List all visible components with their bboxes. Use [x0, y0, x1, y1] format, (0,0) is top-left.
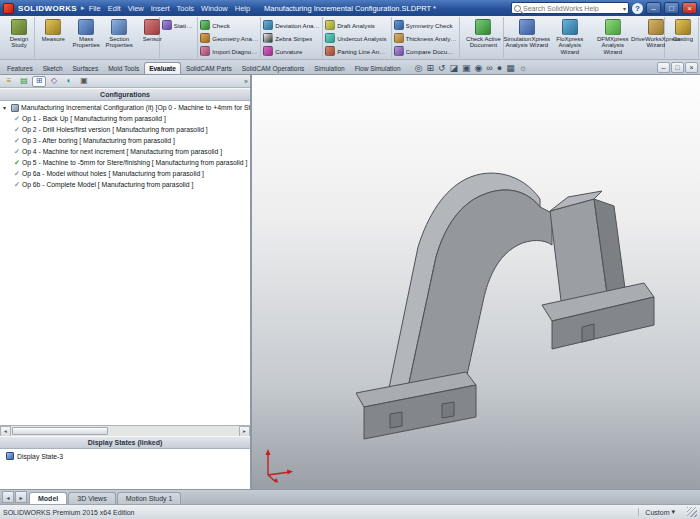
ribbon-stack: CheckGeometry AnalysisImport Diagnostics — [200, 17, 258, 58]
ribbon-button-draft-analysis[interactable]: Draft Analysis — [325, 19, 388, 31]
menu-tools[interactable]: Tools — [177, 4, 195, 13]
config-root-row[interactable]: ▾ Manufacturing Incremental Configuratio… — [0, 102, 250, 113]
ribbon-button-dfmxpress-analysis-wizard[interactable]: DFMXpress Analysis Wizard — [592, 17, 634, 58]
ribbon-button-simulationxpress-analysis-wizard[interactable]: SimulationXpress Analysis Wizard — [506, 17, 548, 58]
resize-grip[interactable] — [687, 507, 697, 517]
tab-scroll-left-icon[interactable]: ◂ — [2, 491, 14, 503]
config-row-1[interactable]: ✓Op 1 - Back Up [ Manufacturing from par… — [0, 113, 250, 124]
model-tab-model[interactable]: Model — [29, 492, 67, 504]
ribbon-button-compare-documents[interactable]: Compare Documents — [394, 45, 458, 57]
ribbon-button-check[interactable]: Check — [200, 19, 258, 31]
zoom-area-icon[interactable]: ⊞ — [426, 64, 434, 73]
ribbon-button-measure[interactable]: Measure — [37, 17, 69, 58]
scrollbar-thumb[interactable] — [12, 427, 108, 435]
config-row-7[interactable]: ✓Op 6b - Complete Model [ Manufacturing … — [0, 179, 250, 190]
close-button[interactable]: × — [682, 2, 697, 14]
minimize-button[interactable]: – — [646, 2, 661, 14]
ribbon-button-import-diagnostics[interactable]: Import Diagnostics — [200, 45, 258, 57]
configurationmanager-tab[interactable]: ⊞ — [32, 76, 46, 87]
ribbon-button-check-active-document[interactable]: Check Active Document — [462, 17, 504, 58]
featuremanager-tab[interactable]: ≡ — [2, 76, 16, 87]
config-row-2[interactable]: ✓Op 2 - Drill Holes/first version [ Manu… — [0, 124, 250, 135]
ribbon-button-mass-properties[interactable]: Mass Properties — [70, 17, 102, 58]
tab-surfaces[interactable]: Surfaces — [68, 62, 104, 74]
model-tab-motion-study-1[interactable]: Motion Study 1 — [117, 492, 182, 504]
graphics-area[interactable] — [252, 75, 700, 489]
ribbon-button-thickness-analysis[interactable]: Thickness Analysis — [394, 32, 458, 44]
help-icon[interactable]: ? — [632, 3, 643, 14]
tab-solidcam-parts[interactable]: SolidCAM Parts — [181, 62, 237, 74]
document-title: Manufacturing Incremental Configuration.… — [264, 4, 436, 13]
tab-mold-tools[interactable]: Mold Tools — [103, 62, 144, 74]
display-state-row[interactable]: Display State-3 — [0, 449, 250, 460]
model-tab-3d-views[interactable]: 3D Views — [68, 492, 115, 504]
unit-dropdown-icon: ▾ — [671, 508, 675, 516]
menu-view[interactable]: View — [128, 4, 144, 13]
menu-file[interactable]: File — [89, 4, 101, 13]
search-input[interactable] — [523, 5, 621, 12]
ribbon-button-parting-line-analysis[interactable]: Parting Line Analysis — [325, 45, 388, 57]
doc-restore-button[interactable]: □ — [671, 62, 684, 73]
config-row-4[interactable]: ✓Op 4 - Machine for next increment [ Man… — [0, 146, 250, 157]
menu-help[interactable]: Help — [235, 4, 250, 13]
view-settings-icon[interactable]: ☼ — [519, 64, 527, 73]
apply-scene-icon[interactable]: ▦ — [506, 64, 515, 73]
ribbon-button-section-properties[interactable]: Section Properties — [103, 17, 135, 58]
dimxpertmanager-tab[interactable]: ◇ — [47, 76, 61, 87]
tab-scroll-right-icon[interactable]: ▸ — [15, 491, 27, 503]
tab-simulation[interactable]: Simulation — [309, 62, 349, 74]
menu-insert[interactable]: Insert — [151, 4, 170, 13]
ribbon-button-costing[interactable]: Costing — [667, 17, 699, 58]
solidcam-manager-tab[interactable]: ▣ — [77, 76, 91, 87]
ribbon-button-symmetry-check[interactable]: Symmetry Check — [394, 19, 458, 31]
part-model[interactable] — [252, 75, 698, 489]
doc-minimize-button[interactable]: – — [657, 62, 670, 73]
propertymanager-tab[interactable]: ▤ — [17, 76, 31, 87]
ribbon-button-zebra-stripes[interactable]: Zebra Stripes — [263, 32, 320, 44]
ribbon-button-statistics[interactable]: Statistics — [162, 19, 196, 31]
ribbon-button-floxpress-analysis-wizard[interactable]: FloXpress Analysis Wizard — [549, 17, 591, 58]
menu-edit[interactable]: Edit — [108, 4, 121, 13]
config-row-5[interactable]: ✓Op 5 - Machine to -5mm for Stere/finish… — [0, 157, 250, 168]
part-faces — [356, 173, 654, 439]
ribbon-group: CheckGeometry AnalysisImport Diagnostics — [198, 17, 261, 58]
displaymanager-tab[interactable]: ◐ — [62, 76, 76, 87]
solidworks-logo-icon[interactable] — [3, 3, 14, 14]
ribbon-group: MeasureMass PropertiesSection Properties… — [35, 17, 160, 58]
doc-close-button[interactable]: × — [685, 62, 698, 73]
tab-flow-simulation[interactable]: Flow Simulation — [350, 62, 406, 74]
expander-icon[interactable]: ▾ — [3, 104, 9, 111]
display-states-list: Display State-3 — [0, 449, 250, 489]
scroll-left-icon[interactable]: ◂ — [0, 426, 11, 437]
view-orientation-icon[interactable]: ▣ — [462, 64, 471, 73]
ribbon-group: Symmetry CheckThickness AnalysisCompare … — [392, 17, 461, 58]
scroll-right-icon[interactable]: ▸ — [239, 426, 250, 437]
ribbon-button-undercut-analysis[interactable]: Undercut Analysis — [325, 32, 388, 44]
menu-window[interactable]: Window — [201, 4, 228, 13]
ribbon-button-deviation-analysis[interactable]: Deviation Analysis — [263, 19, 320, 31]
tree-horizontal-scrollbar[interactable]: ◂ ▸ — [0, 425, 250, 436]
config-row-6[interactable]: ✓Op 6a - Model without holes [ Manufactu… — [0, 168, 250, 179]
unit-system-selector[interactable]: Custom ▾ — [638, 508, 681, 516]
section-view-icon[interactable]: ◪ — [449, 64, 458, 73]
tab-evaluate[interactable]: Evaluate — [144, 62, 181, 74]
zoom-fit-icon[interactable]: ◎ — [415, 64, 423, 73]
scrollbar-track[interactable] — [11, 426, 239, 436]
ribbon-button-label: Undercut Analysis — [337, 35, 387, 42]
fm-tabs-overflow-icon[interactable]: » — [244, 78, 248, 85]
maximize-button[interactable]: □ — [664, 2, 679, 14]
ribbon-button-design-study[interactable]: Design Study — [3, 17, 35, 58]
tab-features[interactable]: Features — [2, 62, 38, 74]
config-row-3[interactable]: ✓Op 3 - After boring [ Manufacturing fro… — [0, 135, 250, 146]
previous-view-icon[interactable]: ↺ — [438, 64, 446, 73]
ribbon-button-geometry-analysis[interactable]: Geometry Analysis — [200, 32, 258, 44]
menu-pin-arrow-icon[interactable]: ▸ — [81, 4, 85, 12]
hide-show-items-icon[interactable]: ∞ — [486, 64, 492, 73]
tab-sketch[interactable]: Sketch — [38, 62, 68, 74]
display-style-icon[interactable]: ◉ — [475, 64, 483, 73]
config-check-icon: ✓ — [14, 170, 20, 177]
ribbon-button-curvature[interactable]: Curvature — [263, 45, 320, 57]
tab-solidcam-operations[interactable]: SolidCAM Operations — [237, 62, 310, 74]
search-dropdown-icon[interactable]: ▾ — [623, 5, 626, 12]
edit-appearance-icon[interactable]: ● — [497, 64, 502, 73]
